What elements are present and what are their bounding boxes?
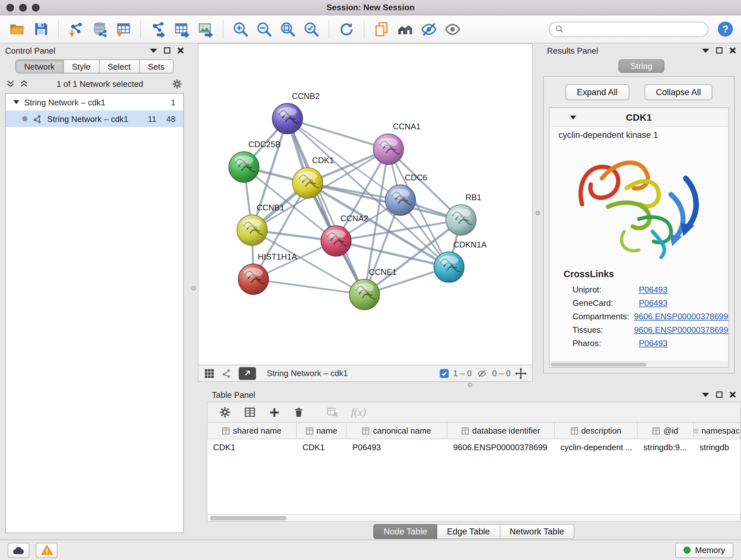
open-session-button[interactable] [6, 18, 28, 40]
tree-expander-icon[interactable] [13, 100, 19, 104]
close-panel-icon[interactable] [730, 391, 736, 398]
eye-button[interactable] [442, 18, 463, 40]
refresh-view-button[interactable] [336, 18, 357, 40]
network-row[interactable]: String Network – cdk1 11 48 [6, 111, 183, 127]
network-canvas[interactable]: CCNB2CCNA1CDC25BCDK1CDC6RB1CCNB1CCNA2CDK… [198, 44, 533, 365]
collapse-panel-icon[interactable] [702, 48, 709, 53]
add-column-button[interactable] [269, 407, 280, 418]
vertical-splitter-right[interactable] [533, 44, 542, 382]
column-header-name[interactable]: name [297, 423, 347, 439]
import-table-file-button[interactable] [112, 18, 134, 40]
grid-view-button[interactable] [204, 368, 214, 378]
table-settings-gear-button[interactable] [219, 406, 231, 418]
uniprot-link[interactable]: P06493 [639, 285, 668, 294]
crosslinks-title: CrossLinks [549, 264, 728, 283]
collapse-all-networks-button[interactable] [20, 80, 28, 87]
results-scrollbar[interactable] [549, 361, 728, 367]
hidden-eye-slash-icon[interactable] [476, 369, 488, 378]
warnings-button[interactable] [36, 543, 57, 558]
expand-all-networks-button[interactable] [6, 80, 15, 87]
tab-network[interactable]: Network [16, 60, 64, 73]
memory-button[interactable]: Memory [675, 543, 733, 558]
svg-text:?: ? [722, 23, 728, 35]
export-network-button[interactable] [147, 18, 169, 40]
network-view: CCNB2CCNA1CDC25BCDK1CDC6RB1CCNB1CCNA2CDK… [198, 44, 533, 382]
close-panel-icon[interactable] [730, 47, 736, 54]
crosslink-label: Compartments: [572, 312, 634, 321]
column-icon [306, 427, 313, 435]
close-panel-icon[interactable] [178, 47, 184, 54]
svg-text:CDC6: CDC6 [405, 173, 427, 182]
documents-button[interactable] [371, 18, 393, 40]
collapse-panel-icon[interactable] [150, 48, 157, 53]
expand-all-button[interactable]: Expand All [565, 84, 629, 100]
zoom-out-button[interactable] [253, 18, 275, 40]
column-header-canonical-name[interactable]: canonical name [347, 423, 448, 439]
search-input[interactable] [567, 24, 702, 34]
float-panel-icon[interactable] [716, 391, 723, 398]
import-network-file-button[interactable] [65, 18, 87, 40]
crosslink-label: Tissues: [572, 325, 634, 334]
column-icon [570, 427, 578, 435]
collapse-panel-icon[interactable] [702, 392, 709, 397]
zoom-window-button[interactable] [32, 4, 40, 11]
delete-column-button[interactable] [293, 407, 305, 418]
collapse-section-icon[interactable] [570, 116, 576, 119]
export-image-button[interactable] [195, 18, 216, 40]
float-panel-icon[interactable] [716, 47, 723, 54]
minimize-window-button[interactable] [19, 4, 27, 11]
splitter-handle[interactable] [468, 382, 472, 387]
network-overview-button[interactable] [221, 368, 232, 378]
column-header-id[interactable]: @id [637, 423, 694, 439]
help-button[interactable]: ? [716, 19, 735, 39]
splitter-handle[interactable] [192, 286, 196, 291]
tab-sets[interactable]: Sets [139, 60, 173, 73]
network-graph[interactable]: CCNB2CCNA1CDC25BCDK1CDC6RB1CCNB1CCNA2CDK… [199, 44, 532, 365]
tab-select[interactable]: Select [99, 60, 139, 73]
pharos-link[interactable]: P06493 [639, 338, 668, 348]
table-horizontal-scrollbar[interactable] [207, 514, 740, 521]
scrollbar-thumb[interactable] [210, 516, 286, 520]
tab-edge-table[interactable]: Edge Table [437, 524, 500, 539]
close-window-button[interactable] [6, 4, 14, 11]
houses-button[interactable] [394, 18, 416, 40]
zoom-fit-icon [280, 21, 296, 37]
gene-section-header[interactable]: CDK1 [549, 108, 728, 127]
splitter-handle[interactable] [536, 211, 540, 215]
crosslink-row: Uniprot: P06493 [549, 283, 728, 296]
network-options-gear-button[interactable] [172, 78, 183, 89]
export-table-button[interactable] [171, 18, 193, 40]
zoom-selected-button[interactable] [300, 18, 322, 40]
scrollbar-thumb[interactable] [551, 363, 647, 367]
compartments-link[interactable]: 9606.ENSP00000378699 [634, 312, 728, 321]
vertical-splitter-left[interactable] [189, 44, 198, 540]
column-header-database-identifier[interactable]: database identifier [448, 423, 555, 439]
tab-network-table[interactable]: Network Table [500, 524, 575, 539]
zoom-fit-button[interactable] [277, 18, 299, 40]
genecard-link[interactable]: P06493 [639, 298, 668, 308]
pan-tool-button[interactable] [515, 368, 527, 379]
network-collection-row[interactable]: String Network – cdk1 1 [6, 94, 183, 111]
selection-checkbox[interactable] [440, 369, 449, 378]
show-columns-button[interactable] [244, 406, 256, 418]
tab-node-table[interactable]: Node Table [374, 524, 437, 539]
column-header-description[interactable]: description [555, 423, 637, 439]
memory-status-dot [684, 547, 690, 554]
status-bar: Memory [0, 540, 741, 560]
float-panel-icon[interactable] [164, 47, 171, 54]
eye-slash-button[interactable] [418, 18, 440, 40]
tab-style[interactable]: Style [64, 60, 99, 73]
import-network-database-button[interactable] [89, 18, 111, 40]
tissues-link[interactable]: 9606.ENSP00000378699 [634, 325, 728, 334]
detach-view-button[interactable] [239, 367, 256, 380]
column-header-namespace[interactable]: namespac [694, 423, 740, 439]
results-tab-string[interactable]: String [618, 59, 664, 72]
column-header-shared-name[interactable]: shared name [207, 423, 297, 439]
svg-text:CDKN1A: CDKN1A [454, 240, 487, 249]
horizontal-splitter[interactable] [198, 382, 741, 388]
collapse-all-button[interactable]: Collapse All [644, 84, 712, 100]
zoom-in-button[interactable] [230, 18, 252, 40]
table-row[interactable]: CDK1 CDK1 P06493 9606.ENSP00000378699 cy… [207, 439, 740, 455]
save-session-button[interactable] [30, 18, 52, 40]
cloud-button[interactable] [8, 543, 29, 558]
